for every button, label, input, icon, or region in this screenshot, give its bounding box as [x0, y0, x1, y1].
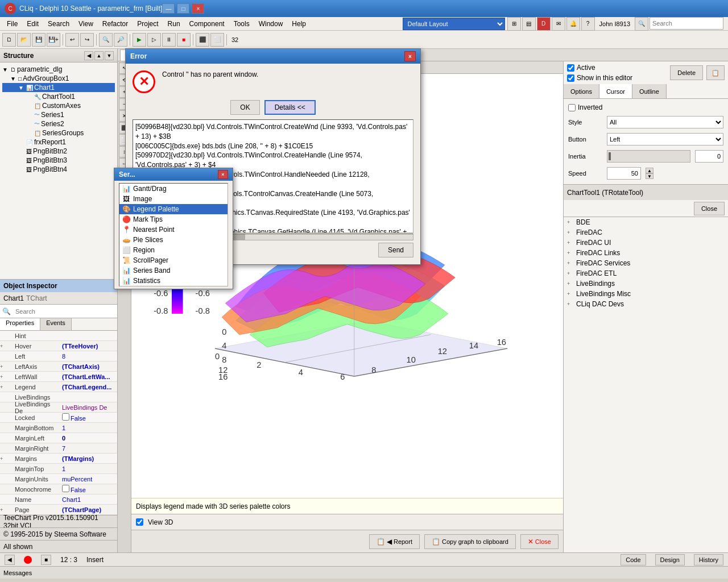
pie-icon: 🥧 — [122, 236, 131, 244]
send-button[interactable]: Send — [378, 243, 413, 257]
statistics-icon: 📊 — [122, 277, 131, 285]
stack-line: [50996B48]{vd230.bpl} Vd.Controls.TWinCo… — [135, 122, 411, 142]
palette-item-label: Image — [133, 195, 152, 203]
palette-seriesband[interactable]: 📊 Series Band — [119, 265, 228, 276]
seriesband-icon: 📊 — [122, 267, 131, 275]
dialog-title-buttons: × — [404, 51, 416, 61]
palette-item-label: Region — [133, 246, 155, 254]
palette-close-btn[interactable]: × — [218, 170, 228, 179]
error-icon: ✕ — [133, 70, 155, 93]
palette-items-list: 📊 Gantt/Drag 🖼 Image 🎨 Legend Palette 🔴 … — [119, 183, 228, 286]
palette-item-label: ScrollPager — [133, 256, 168, 264]
error-dialog-title: Error × — [126, 49, 420, 64]
palette-title-text: Ser... — [119, 171, 135, 178]
palette-item-label: Series Band — [133, 267, 170, 275]
stack-line: [006C005C]{bds.exe} bds.bds (Line 208, '… — [135, 142, 411, 151]
dialog-overlay: Error × ✕ Control '' has no parent windo… — [0, 0, 728, 582]
palette-gantt[interactable]: 📊 Gantt/Drag — [119, 184, 228, 194]
scrollpager-icon: 📜 — [122, 256, 131, 264]
palette-statistics[interactable]: 📊 Statistics — [119, 276, 228, 286]
palette-legend[interactable]: 🎨 Legend Palette — [119, 204, 228, 214]
palette-nearest[interactable]: 📍 Nearest Point — [119, 225, 228, 235]
nearest-icon: 📍 — [122, 226, 131, 234]
error-message-text: Control '' has no parent window. — [162, 70, 258, 78]
error-dialog-buttons: OK Details << — [133, 100, 413, 115]
palette-dialog-title: Ser... × — [114, 168, 233, 181]
palette-region[interactable]: ⬜ Region — [119, 245, 228, 255]
palette-item-label: Pie Slices — [133, 236, 163, 244]
image-icon: 🖼 — [122, 195, 131, 203]
error-message-row: ✕ Control '' has no parent window. — [133, 70, 413, 93]
palette-dialog: Ser... × 📊 Gantt/Drag 🖼 Image 🎨 Legend P… — [114, 168, 233, 289]
palette-item-label: Mark Tips — [133, 215, 163, 223]
palette-scrollpager[interactable]: 📜 ScrollPager — [119, 255, 228, 265]
palette-item-label: Nearest Point — [133, 226, 175, 234]
region-icon: ⬜ — [122, 246, 131, 254]
palette-marktips[interactable]: 🔴 Mark Tips — [119, 214, 228, 225]
palette-image[interactable]: 🖼 Image — [119, 194, 228, 204]
gantt-icon: 📊 — [122, 185, 131, 193]
palette-content: 📊 Gantt/Drag 🖼 Image 🎨 Legend Palette 🔴 … — [117, 183, 230, 286]
stack-line: [509970D2]{vd230.bpl} Vd.Controls.TWinCo… — [135, 151, 411, 170]
error-title-text: Error — [130, 52, 147, 60]
error-dialog-close[interactable]: × — [404, 51, 416, 61]
palette-item-label: Gantt/Drag — [133, 185, 167, 193]
marktips-icon: 🔴 — [122, 215, 131, 223]
legend-icon: 🎨 — [122, 205, 131, 213]
palette-item-label: Statistics — [133, 277, 160, 285]
ok-button[interactable]: OK — [230, 100, 259, 115]
palette-pie[interactable]: 🥧 Pie Slices — [119, 235, 228, 245]
palette-item-label: Legend Palette — [133, 205, 179, 213]
details-button[interactable]: Details << — [264, 100, 316, 115]
